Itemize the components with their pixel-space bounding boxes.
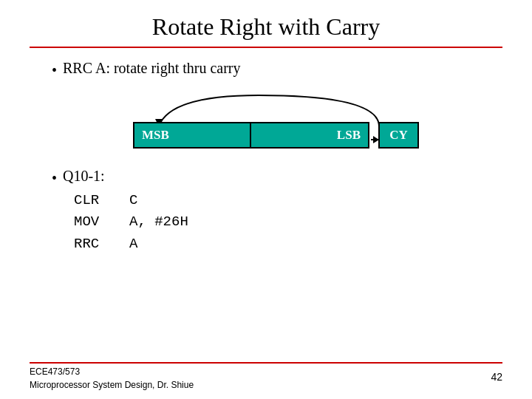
instr-3: RRC: [74, 233, 115, 255]
lsb-box: LSB: [251, 122, 369, 149]
instr-2: MOV: [74, 211, 115, 233]
footer-line1: ECE473/573: [30, 365, 194, 378]
msb-label: MSB: [142, 128, 169, 143]
bullet1-item: • RRC A: rotate right thru carry: [52, 60, 502, 81]
operand-2: A, #26H: [129, 211, 188, 233]
code-block: CLR C MOV A, #26H RRC A: [74, 190, 502, 255]
title-area: Rotate Right with Carry: [30, 0, 502, 47]
page-title: Rotate Right with Carry: [30, 13, 502, 41]
boxes-row: MSB LSB CY: [133, 122, 419, 149]
operand-3: A: [129, 233, 137, 255]
bullet2-section: • Q10-1: CLR C MOV A, #26H RRC A: [52, 168, 502, 255]
msb-box: MSB: [133, 122, 251, 149]
bullet1-section: • RRC A: rotate right thru carry: [52, 60, 502, 81]
footer-line2: Microprocessor System Design, Dr. Shiue: [30, 378, 194, 392]
code-line-2: MOV A, #26H: [74, 211, 502, 233]
lsb-label: LSB: [337, 128, 361, 143]
title-divider: [30, 47, 502, 48]
bullet2-dot: •: [52, 168, 57, 188]
code-line-3: RRC A: [74, 233, 502, 255]
cy-label: CY: [389, 128, 408, 143]
bullet1-dot: •: [52, 60, 57, 81]
footer-page: 42: [491, 371, 502, 383]
bullet2-intro: Q10-1:: [63, 168, 105, 185]
footer-text: ECE473/573 Microprocessor System Design,…: [30, 365, 194, 392]
bullet1-text: RRC A: rotate right thru carry: [63, 60, 241, 77]
footer-divider: [30, 362, 502, 364]
cy-box: CY: [378, 122, 419, 149]
instr-1: CLR: [74, 190, 115, 211]
bullet2-item: • Q10-1:: [52, 168, 502, 188]
diagram-container: MSB LSB CY: [89, 88, 443, 154]
code-line-1: CLR C: [74, 190, 502, 211]
operand-1: C: [129, 190, 137, 211]
page: Rotate Right with Carry • RRC A: rotate …: [0, 0, 532, 399]
